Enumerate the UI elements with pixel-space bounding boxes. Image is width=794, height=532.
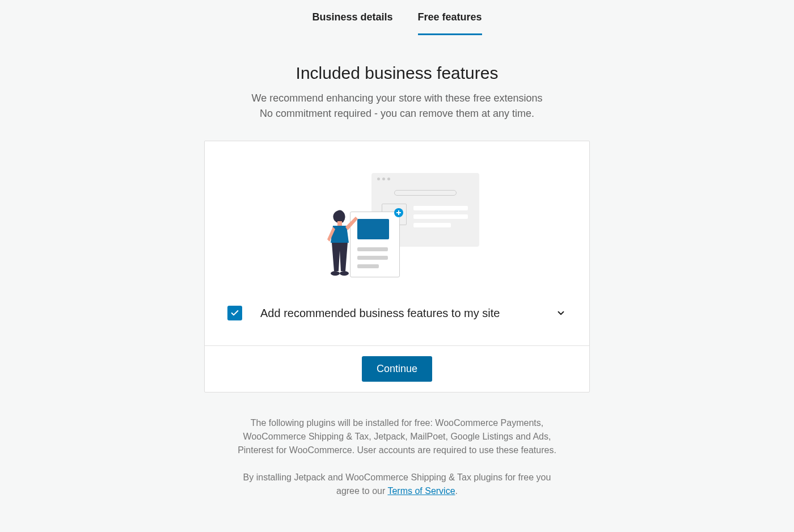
fine-print: The following plugins will be installed … — [233, 416, 561, 498]
add-features-checkbox[interactable] — [227, 306, 242, 320]
tab-free-features[interactable]: Free features — [418, 11, 482, 35]
tab-business-details[interactable]: Business details — [312, 11, 392, 35]
check-icon — [230, 309, 239, 318]
continue-button[interactable]: Continue — [362, 356, 432, 382]
chevron-down-icon — [556, 308, 566, 318]
svg-point-2 — [340, 271, 349, 276]
illustration-area — [205, 141, 589, 292]
checkbox-label: Add recommended business features to my … — [260, 307, 537, 320]
terms-of-service-link[interactable]: Terms of Service — [387, 486, 455, 496]
tabs-nav: Business details Free features — [0, 0, 794, 35]
plugins-notice: The following plugins will be installed … — [233, 416, 561, 457]
terms-notice: By installing Jetpack and WooCommerce Sh… — [233, 471, 561, 498]
expand-toggle[interactable] — [555, 307, 567, 319]
subtitle-line-1: We recommend enhancing your store with t… — [252, 92, 543, 104]
svg-rect-0 — [337, 221, 342, 226]
terms-suffix: . — [455, 486, 458, 496]
page-subtitle: We recommend enhancing your store with t… — [0, 91, 794, 121]
onboarding-illustration — [315, 167, 479, 281]
plus-badge-icon — [394, 208, 403, 217]
subtitle-line-2: No commitment required - you can remove … — [260, 108, 534, 119]
features-card: Add recommended business features to my … — [204, 141, 590, 392]
card-footer: Continue — [205, 345, 589, 392]
person-icon — [319, 210, 360, 278]
checkbox-row: Add recommended business features to my … — [205, 292, 589, 345]
svg-point-1 — [331, 271, 340, 276]
page-title: Included business features — [0, 64, 794, 83]
